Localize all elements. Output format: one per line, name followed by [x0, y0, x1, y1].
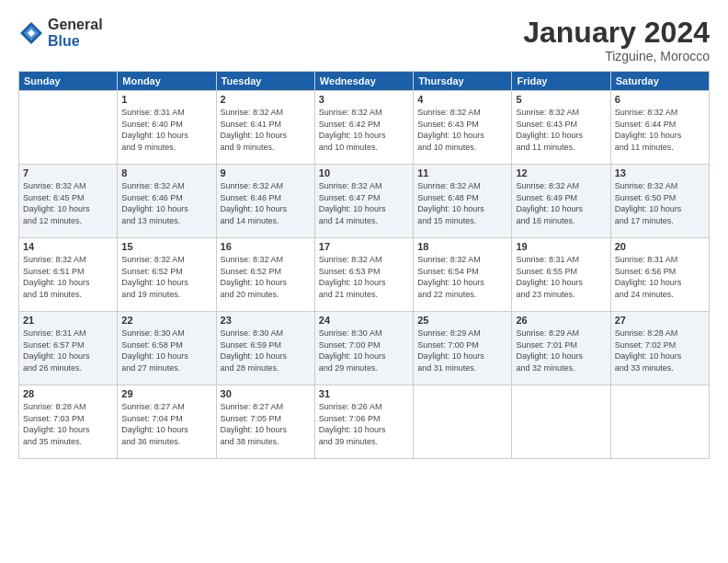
logo-general: General [48, 17, 103, 33]
calendar-cell: 2Sunrise: 8:32 AMSunset: 6:41 PMDaylight… [216, 91, 314, 165]
day-info: Sunrise: 8:32 AMSunset: 6:54 PMDaylight:… [417, 254, 507, 300]
calendar-cell: 21Sunrise: 8:31 AMSunset: 6:57 PMDayligh… [19, 312, 118, 385]
day-info: Sunrise: 8:32 AMSunset: 6:45 PMDaylight:… [23, 180, 113, 226]
month-title: January 2024 [523, 17, 710, 49]
day-info: Sunrise: 8:30 AMSunset: 7:00 PMDaylight:… [319, 327, 409, 373]
calendar-cell: 5Sunrise: 8:32 AMSunset: 6:43 PMDaylight… [512, 91, 610, 165]
day-number: 15 [121, 241, 211, 252]
day-info: Sunrise: 8:32 AMSunset: 6:42 PMDaylight:… [319, 107, 409, 153]
day-number: 23 [221, 315, 311, 326]
calendar-cell: 25Sunrise: 8:29 AMSunset: 7:00 PMDayligh… [414, 312, 512, 385]
day-number: 11 [417, 167, 507, 178]
week-row-3: 14Sunrise: 8:32 AMSunset: 6:51 PMDayligh… [19, 238, 710, 312]
calendar-cell: 22Sunrise: 8:30 AMSunset: 6:58 PMDayligh… [118, 312, 216, 385]
day-number: 4 [417, 94, 507, 105]
day-number: 3 [319, 94, 409, 105]
calendar-cell: 3Sunrise: 8:32 AMSunset: 6:42 PMDaylight… [314, 91, 413, 165]
calendar-cell: 12Sunrise: 8:32 AMSunset: 6:49 PMDayligh… [512, 165, 610, 238]
day-number: 14 [23, 241, 113, 252]
day-info: Sunrise: 8:30 AMSunset: 6:59 PMDaylight:… [221, 327, 311, 373]
calendar-cell: 9Sunrise: 8:32 AMSunset: 6:46 PMDaylight… [216, 165, 314, 238]
calendar-cell: 6Sunrise: 8:32 AMSunset: 6:44 PMDaylight… [610, 91, 709, 165]
day-number: 13 [615, 167, 705, 178]
day-number: 28 [23, 388, 113, 399]
day-info: Sunrise: 8:31 AMSunset: 6:56 PMDaylight:… [615, 254, 705, 300]
day-info: Sunrise: 8:32 AMSunset: 6:52 PMDaylight:… [121, 254, 211, 300]
calendar-cell: 23Sunrise: 8:30 AMSunset: 6:59 PMDayligh… [216, 312, 314, 385]
day-number: 7 [23, 167, 113, 178]
calendar-cell: 24Sunrise: 8:30 AMSunset: 7:00 PMDayligh… [314, 312, 413, 385]
calendar-cell: 16Sunrise: 8:32 AMSunset: 6:52 PMDayligh… [216, 238, 314, 312]
day-number: 20 [615, 241, 705, 252]
col-saturday: Saturday [610, 72, 709, 91]
day-info: Sunrise: 8:26 AMSunset: 7:06 PMDaylight:… [319, 401, 409, 447]
calendar-cell: 11Sunrise: 8:32 AMSunset: 6:48 PMDayligh… [414, 165, 512, 238]
day-number: 25 [417, 315, 507, 326]
day-info: Sunrise: 8:32 AMSunset: 6:44 PMDaylight:… [615, 107, 705, 153]
col-sunday: Sunday [19, 72, 118, 91]
day-info: Sunrise: 8:32 AMSunset: 6:52 PMDaylight:… [221, 254, 311, 300]
calendar-cell: 14Sunrise: 8:32 AMSunset: 6:51 PMDayligh… [19, 238, 118, 312]
calendar-cell: 17Sunrise: 8:32 AMSunset: 6:53 PMDayligh… [314, 238, 413, 312]
day-info: Sunrise: 8:32 AMSunset: 6:47 PMDaylight:… [319, 180, 409, 226]
day-info: Sunrise: 8:29 AMSunset: 7:01 PMDaylight:… [516, 327, 606, 373]
logo: General Blue [18, 17, 103, 49]
day-number: 21 [23, 315, 113, 326]
day-number: 26 [516, 315, 606, 326]
calendar-cell: 29Sunrise: 8:27 AMSunset: 7:04 PMDayligh… [118, 385, 216, 459]
calendar-cell: 10Sunrise: 8:32 AMSunset: 6:47 PMDayligh… [314, 165, 413, 238]
calendar-cell: 30Sunrise: 8:27 AMSunset: 7:05 PMDayligh… [216, 385, 314, 459]
day-info: Sunrise: 8:32 AMSunset: 6:41 PMDaylight:… [221, 107, 311, 153]
day-info: Sunrise: 8:31 AMSunset: 6:57 PMDaylight:… [23, 327, 113, 373]
day-info: Sunrise: 8:29 AMSunset: 7:00 PMDaylight:… [417, 327, 507, 373]
col-friday: Friday [512, 72, 610, 91]
day-info: Sunrise: 8:32 AMSunset: 6:50 PMDaylight:… [615, 180, 705, 226]
day-number: 6 [615, 94, 705, 105]
calendar-cell: 20Sunrise: 8:31 AMSunset: 6:56 PMDayligh… [610, 238, 709, 312]
day-info: Sunrise: 8:32 AMSunset: 6:46 PMDaylight:… [121, 180, 211, 226]
week-row-4: 21Sunrise: 8:31 AMSunset: 6:57 PMDayligh… [19, 312, 710, 385]
location: Tizguine, Morocco [523, 49, 710, 63]
week-row-2: 7Sunrise: 8:32 AMSunset: 6:45 PMDaylight… [19, 165, 710, 238]
calendar-cell: 19Sunrise: 8:31 AMSunset: 6:55 PMDayligh… [512, 238, 610, 312]
logo-icon [18, 20, 44, 46]
day-number: 22 [121, 315, 211, 326]
week-row-5: 28Sunrise: 8:28 AMSunset: 7:03 PMDayligh… [19, 385, 710, 459]
calendar-cell: 27Sunrise: 8:28 AMSunset: 7:02 PMDayligh… [610, 312, 709, 385]
day-number: 5 [516, 94, 606, 105]
col-tuesday: Tuesday [216, 72, 314, 91]
day-number: 8 [121, 167, 211, 178]
week-row-1: 1Sunrise: 8:31 AMSunset: 6:40 PMDaylight… [19, 91, 710, 165]
page: General Blue January 2024 Tizguine, Moro… [0, 0, 728, 563]
col-wednesday: Wednesday [314, 72, 413, 91]
day-info: Sunrise: 8:32 AMSunset: 6:53 PMDaylight:… [319, 254, 409, 300]
calendar-cell: 28Sunrise: 8:28 AMSunset: 7:03 PMDayligh… [19, 385, 118, 459]
calendar-cell [414, 385, 512, 459]
day-info: Sunrise: 8:32 AMSunset: 6:49 PMDaylight:… [516, 180, 606, 226]
calendar-cell: 4Sunrise: 8:32 AMSunset: 6:43 PMDaylight… [414, 91, 512, 165]
calendar-cell: 8Sunrise: 8:32 AMSunset: 6:46 PMDaylight… [118, 165, 216, 238]
day-number: 9 [221, 167, 311, 178]
day-info: Sunrise: 8:27 AMSunset: 7:04 PMDaylight:… [121, 401, 211, 447]
day-number: 24 [319, 315, 409, 326]
day-number: 10 [319, 167, 409, 178]
calendar-cell: 15Sunrise: 8:32 AMSunset: 6:52 PMDayligh… [118, 238, 216, 312]
day-number: 27 [615, 315, 705, 326]
calendar-cell: 13Sunrise: 8:32 AMSunset: 6:50 PMDayligh… [610, 165, 709, 238]
day-info: Sunrise: 8:32 AMSunset: 6:43 PMDaylight:… [516, 107, 606, 153]
day-number: 18 [417, 241, 507, 252]
calendar-cell: 1Sunrise: 8:31 AMSunset: 6:40 PMDaylight… [118, 91, 216, 165]
col-monday: Monday [118, 72, 216, 91]
day-number: 30 [221, 388, 311, 399]
col-thursday: Thursday [414, 72, 512, 91]
calendar-cell: 31Sunrise: 8:26 AMSunset: 7:06 PMDayligh… [314, 385, 413, 459]
day-info: Sunrise: 8:32 AMSunset: 6:48 PMDaylight:… [417, 180, 507, 226]
day-number: 17 [319, 241, 409, 252]
day-info: Sunrise: 8:32 AMSunset: 6:46 PMDaylight:… [221, 180, 311, 226]
calendar-cell [610, 385, 709, 459]
day-number: 29 [121, 388, 211, 399]
day-number: 19 [516, 241, 606, 252]
calendar-cell: 18Sunrise: 8:32 AMSunset: 6:54 PMDayligh… [414, 238, 512, 312]
day-info: Sunrise: 8:28 AMSunset: 7:03 PMDaylight:… [23, 401, 113, 447]
logo-text: General Blue [48, 17, 103, 49]
